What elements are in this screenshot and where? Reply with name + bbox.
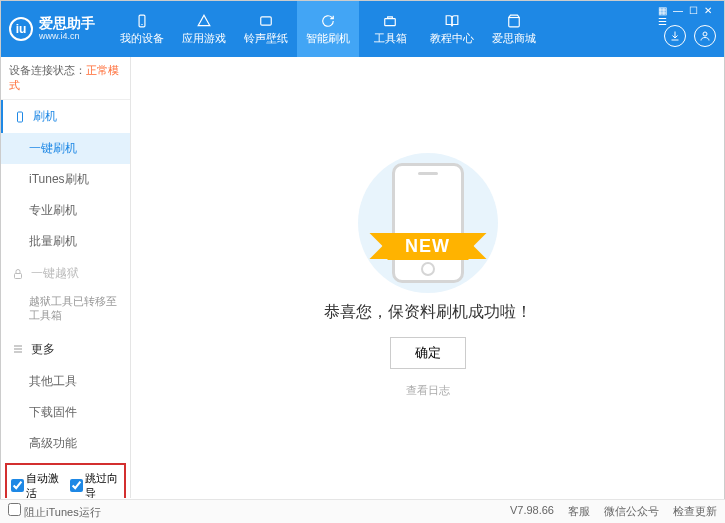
nav-flash[interactable]: 智能刷机 bbox=[297, 1, 359, 57]
phone-icon bbox=[134, 13, 150, 29]
footer: 阻止iTunes运行 V7.98.66 客服 微信公众号 检查更新 bbox=[0, 499, 725, 523]
jailbreak-note: 越狱工具已转移至 工具箱 bbox=[1, 290, 130, 333]
logo-icon: iu bbox=[9, 17, 33, 41]
sidebar-item-advanced[interactable]: 高级功能 bbox=[1, 428, 130, 459]
nav-toolbox[interactable]: 工具箱 bbox=[359, 1, 421, 57]
svg-rect-3 bbox=[385, 18, 396, 25]
phone-icon bbox=[13, 110, 27, 124]
apps-icon bbox=[196, 13, 212, 29]
new-ribbon: NEW bbox=[387, 233, 468, 260]
check-auto-activate[interactable]: 自动激活 bbox=[11, 471, 62, 498]
section-more[interactable]: 更多 bbox=[1, 333, 130, 366]
minimize-icon[interactable]: — bbox=[673, 5, 683, 27]
sidebar-item-download-fw[interactable]: 下载固件 bbox=[1, 397, 130, 428]
wallpaper-icon bbox=[258, 13, 274, 29]
user-button[interactable] bbox=[694, 25, 716, 47]
check-skip-guide[interactable]: 跳过向导 bbox=[70, 471, 121, 498]
section-flash[interactable]: 刷机 bbox=[1, 100, 130, 133]
sidebar-item-itunes-flash[interactable]: iTunes刷机 bbox=[1, 164, 130, 195]
menu-icon[interactable]: ▦ ☰ bbox=[658, 5, 667, 27]
section-jailbreak[interactable]: 一键越狱 bbox=[1, 257, 130, 290]
svg-rect-8 bbox=[15, 273, 22, 278]
check-block-itunes[interactable]: 阻止iTunes运行 bbox=[8, 503, 101, 520]
top-nav: 我的设备 应用游戏 铃声壁纸 智能刷机 工具箱 教程中心 爱思商城 bbox=[111, 1, 545, 57]
maximize-icon[interactable]: ☐ bbox=[689, 5, 698, 27]
phone-illustration bbox=[392, 163, 464, 283]
window-controls: ▦ ☰ — ☐ ✕ bbox=[658, 5, 712, 27]
header-right: ▦ ☰ — ☐ ✕ bbox=[664, 1, 716, 57]
nav-store[interactable]: 爱思商城 bbox=[483, 1, 545, 57]
connection-status: 设备连接状态：正常模式 bbox=[1, 57, 130, 100]
sidebar: 设备连接状态：正常模式 刷机 一键刷机 iTunes刷机 专业刷机 批量刷机 一… bbox=[1, 57, 131, 498]
service-link[interactable]: 客服 bbox=[568, 504, 590, 519]
main-content: NEW 恭喜您，保资料刷机成功啦！ 确定 查看日志 bbox=[131, 57, 724, 498]
success-illustration: NEW bbox=[338, 158, 518, 288]
list-icon bbox=[11, 342, 25, 356]
refresh-icon bbox=[320, 13, 336, 29]
nav-tutorials[interactable]: 教程中心 bbox=[421, 1, 483, 57]
sidebar-item-other-tools[interactable]: 其他工具 bbox=[1, 366, 130, 397]
view-log-link[interactable]: 查看日志 bbox=[406, 383, 450, 398]
svg-rect-7 bbox=[18, 112, 23, 122]
svg-rect-2 bbox=[261, 16, 272, 24]
option-checks: 自动激活 跳过向导 bbox=[5, 463, 126, 498]
lock-icon bbox=[11, 267, 25, 281]
nav-my-device[interactable]: 我的设备 bbox=[111, 1, 173, 57]
update-link[interactable]: 检查更新 bbox=[673, 504, 717, 519]
wechat-link[interactable]: 微信公众号 bbox=[604, 504, 659, 519]
download-button[interactable] bbox=[664, 25, 686, 47]
toolbox-icon bbox=[382, 13, 398, 29]
ok-button[interactable]: 确定 bbox=[390, 337, 466, 369]
svg-point-6 bbox=[703, 32, 707, 36]
sidebar-item-batch-flash[interactable]: 批量刷机 bbox=[1, 226, 130, 257]
app-logo: iu 爱思助手 www.i4.cn bbox=[9, 16, 95, 41]
version-label: V7.98.66 bbox=[510, 504, 554, 519]
app-title: 爱思助手 bbox=[39, 16, 95, 31]
app-subtitle: www.i4.cn bbox=[39, 32, 95, 42]
book-icon bbox=[444, 13, 460, 29]
sidebar-item-pro-flash[interactable]: 专业刷机 bbox=[1, 195, 130, 226]
close-icon[interactable]: ✕ bbox=[704, 5, 712, 27]
app-header: iu 爱思助手 www.i4.cn 我的设备 应用游戏 铃声壁纸 智能刷机 工具… bbox=[1, 1, 724, 57]
nav-apps[interactable]: 应用游戏 bbox=[173, 1, 235, 57]
success-message: 恭喜您，保资料刷机成功啦！ bbox=[324, 302, 532, 323]
store-icon bbox=[506, 13, 522, 29]
nav-ringtones[interactable]: 铃声壁纸 bbox=[235, 1, 297, 57]
sidebar-item-oneclick-flash[interactable]: 一键刷机 bbox=[1, 133, 130, 164]
